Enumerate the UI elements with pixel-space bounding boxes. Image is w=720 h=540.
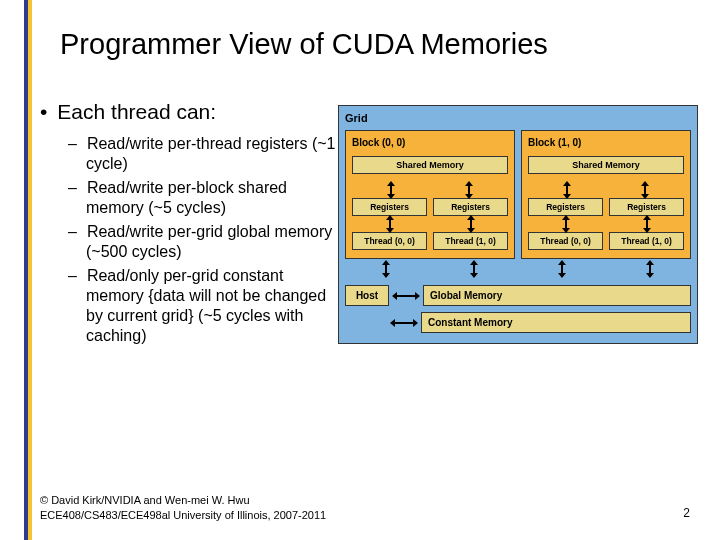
arrow-icon [467,218,475,230]
thread-box: Thread (0, 0) [352,232,427,250]
host-box: Host [345,285,389,306]
arrow-icon [387,184,395,196]
registers-box: Registers [352,198,427,216]
shared-memory: Shared Memory [352,156,508,174]
arrow-icon [386,218,394,230]
thread-box: Thread (0, 0) [528,232,603,250]
arrow-icon [382,263,390,275]
memory-diagram: Grid Block (0, 0) Shared Memory Register… [338,105,698,344]
block-label: Block (1, 0) [528,137,684,148]
footer-line: ECE408/CS483/ECE498al University of Illi… [40,508,326,522]
page-number: 2 [683,506,690,520]
host-arrow [395,292,417,300]
constant-memory-row: Constant Memory [345,312,691,333]
blocks-row: Block (0, 0) Shared Memory Registers Reg… [345,130,691,259]
arrow-icon [646,263,654,275]
shared-memory: Shared Memory [528,156,684,174]
registers-box: Registers [433,198,508,216]
stripe-yellow [28,0,32,540]
content-block: Each thread can: Read/write per-thread r… [40,100,340,350]
block-label: Block (0, 0) [352,137,508,148]
global-memory-row: Host Global Memory [345,285,691,306]
slide: Programmer View of CUDA Memories Each th… [0,0,720,540]
arrow-icon [643,218,651,230]
copyright-footer: © David Kirk/NVIDIA and Wen-mei W. Hwu E… [40,493,326,522]
grid-label: Grid [345,112,691,124]
sub-bullet: Read/write per-thread registers (~1 cycl… [68,134,340,174]
sub-bullet: Read/write per-block shared memory (~5 c… [68,178,340,218]
sub-bullet: Read/write per-grid global memory (~500 … [68,222,340,262]
global-memory-box: Global Memory [423,285,691,306]
sub-bullet: Read/only per-grid constant memory {data… [68,266,340,346]
grid-box: Grid Block (0, 0) Shared Memory Register… [338,105,698,344]
slide-title: Programmer View of CUDA Memories [60,28,700,61]
arrow-icon [465,184,473,196]
arrow-icon [562,218,570,230]
main-bullet: Each thread can: [40,100,340,124]
footer-line: © David Kirk/NVIDIA and Wen-mei W. Hwu [40,493,326,507]
arrow-icon [558,263,566,275]
arrow-icon [641,184,649,196]
arrow-icon [563,184,571,196]
constant-memory-box: Constant Memory [421,312,691,333]
block-1: Block (1, 0) Shared Memory Registers Reg… [521,130,691,259]
block-0: Block (0, 0) Shared Memory Registers Reg… [345,130,515,259]
thread-box: Thread (1, 0) [609,232,684,250]
host-arrow [393,319,415,327]
arrow-icon [470,263,478,275]
thread-box: Thread (1, 0) [433,232,508,250]
registers-box: Registers [528,198,603,216]
registers-box: Registers [609,198,684,216]
